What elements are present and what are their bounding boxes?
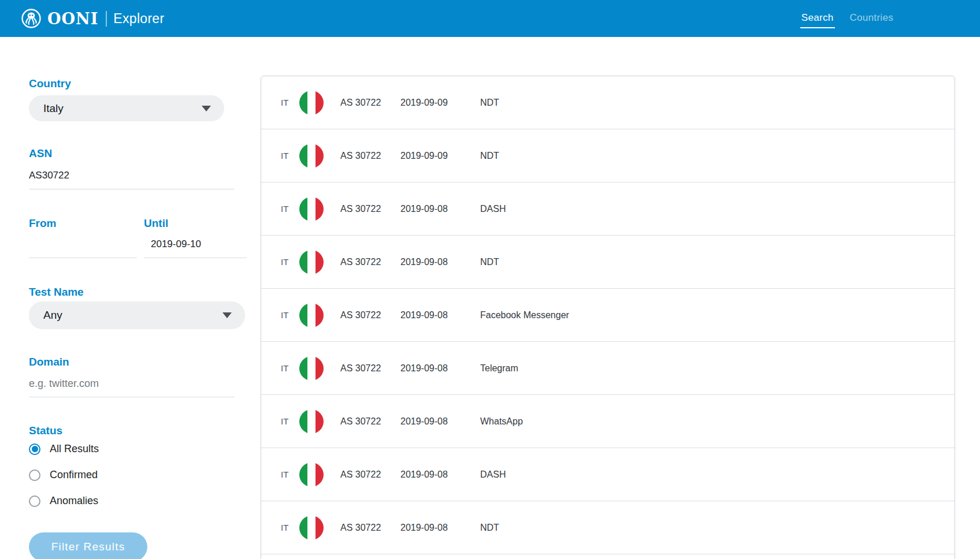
chevron-down-icon — [222, 312, 232, 318]
country-label: Country — [29, 78, 245, 90]
row-test-name: DASH — [480, 204, 955, 214]
row-country-code: IT — [281, 257, 299, 267]
test-name-select[interactable]: Any — [29, 301, 245, 329]
radio-button-icon — [29, 469, 40, 481]
row-date: 2019-09-08 — [400, 523, 480, 533]
row-country-code: IT — [281, 523, 299, 532]
row-date: 2019-09-08 — [400, 310, 480, 321]
status-radio-option[interactable]: Anomalies — [29, 495, 245, 507]
row-test-name: DASH — [480, 469, 955, 480]
italy-flag-icon — [299, 144, 324, 168]
app-header: OONI Explorer Search Countries — [0, 0, 980, 37]
brand-divider — [106, 11, 107, 27]
row-country-code: IT — [281, 363, 299, 373]
filter-results-button[interactable]: Filter Results — [29, 532, 147, 559]
test-name-select-value: Any — [43, 309, 62, 322]
row-date: 2019-09-08 — [400, 416, 480, 427]
result-row[interactable]: IT AS 30722 2019-09-09 NDT — [261, 129, 955, 182]
row-date: 2019-09-08 — [400, 204, 480, 214]
row-asn: AS 30722 — [340, 469, 400, 480]
row-asn: AS 30722 — [340, 98, 400, 108]
radio-button-icon — [29, 444, 40, 455]
italy-flag-icon — [299, 463, 324, 487]
row-test-name: NDT — [480, 523, 955, 533]
from-label: From — [29, 218, 137, 229]
from-date-input[interactable] — [29, 238, 137, 258]
row-test-name: WhatsApp — [480, 416, 955, 427]
row-country-code: IT — [281, 98, 299, 107]
row-asn: AS 30722 — [340, 363, 400, 374]
main-nav: Search Countries — [800, 9, 894, 28]
country-select-value: Italy — [43, 102, 64, 115]
brand-product: Explorer — [113, 11, 164, 27]
italy-flag-icon — [299, 409, 324, 434]
row-asn: AS 30722 — [340, 204, 400, 214]
row-test-name: Facebook Messenger — [480, 310, 955, 321]
row-country-code: IT — [281, 310, 299, 320]
row-test-name: Telegram — [480, 363, 955, 374]
asn-input[interactable] — [29, 170, 235, 189]
italy-flag-icon — [299, 91, 324, 115]
row-asn: AS 30722 — [340, 416, 400, 427]
row-test-name: NDT — [480, 98, 955, 108]
italy-flag-icon — [299, 303, 324, 327]
row-date: 2019-09-09 — [400, 151, 480, 161]
result-row[interactable]: IT AS 30722 2019-09-08 DASH — [261, 182, 955, 236]
nav-tab-countries[interactable]: Countries — [849, 9, 894, 28]
asn-label: ASN — [29, 148, 245, 159]
status-option-label: All Results — [50, 443, 99, 455]
brand-name: OONI — [47, 10, 98, 28]
row-test-name: NDT — [480, 257, 955, 267]
italy-flag-icon — [299, 250, 324, 274]
result-row[interactable]: IT AS 30722 2019-09-08 Facebook Messenge… — [261, 289, 955, 342]
result-row[interactable]: IT AS 30722 2019-09-08 NDT — [261, 236, 955, 289]
nav-tab-search[interactable]: Search — [800, 9, 835, 28]
row-date: 2019-09-08 — [400, 257, 480, 267]
italy-flag-icon — [299, 197, 324, 221]
row-asn: AS 30722 — [340, 257, 400, 267]
row-country-code: IT — [281, 151, 299, 161]
row-country-code: IT — [281, 469, 299, 479]
status-radio-option[interactable]: Confirmed — [29, 469, 245, 481]
row-date: 2019-09-08 — [400, 469, 480, 480]
status-label: Status — [29, 425, 245, 437]
brand[interactable]: OONI Explorer — [21, 8, 164, 29]
filter-sidebar: Country Italy ASN From Until Test Name A… — [29, 78, 245, 559]
status-option-label: Anomalies — [50, 495, 98, 507]
italy-flag-icon — [299, 356, 324, 381]
row-date: 2019-09-08 — [400, 363, 480, 374]
row-date: 2019-09-09 — [400, 98, 480, 108]
row-test-name: NDT — [480, 151, 955, 161]
row-country-code: IT — [281, 416, 299, 426]
country-select[interactable]: Italy — [29, 95, 224, 121]
status-option-label: Confirmed — [50, 469, 98, 481]
row-asn: AS 30722 — [340, 523, 400, 533]
result-row[interactable]: IT AS 30722 2019-09-09 NDT — [261, 76, 955, 129]
until-date-input[interactable] — [144, 238, 247, 258]
until-label: Until — [144, 218, 247, 229]
status-radio-option[interactable]: All Results — [29, 443, 245, 455]
radio-button-icon — [29, 495, 40, 507]
result-row[interactable]: IT AS 30722 2019-09-08 WhatsApp — [261, 395, 955, 448]
domain-input[interactable] — [29, 378, 235, 397]
italy-flag-icon — [299, 516, 324, 540]
row-asn: AS 30722 — [340, 151, 400, 161]
test-name-label: Test Name — [29, 286, 245, 298]
result-row[interactable]: IT AS 30722 2019-09-08 DASH — [261, 448, 955, 501]
row-asn: AS 30722 — [340, 310, 400, 321]
result-row[interactable]: IT AS 30722 2019-09-08 Telegram — [261, 342, 955, 395]
results-list: IT AS 30722 2019-09-09 NDT IT AS 30722 2… — [261, 76, 955, 559]
domain-label: Domain — [29, 356, 245, 368]
result-row[interactable]: IT AS 30722 2019-09-08 NDT — [261, 501, 955, 554]
row-country-code: IT — [281, 204, 299, 214]
ooni-octopus-logo-icon — [21, 8, 42, 29]
chevron-down-icon — [202, 106, 211, 111]
